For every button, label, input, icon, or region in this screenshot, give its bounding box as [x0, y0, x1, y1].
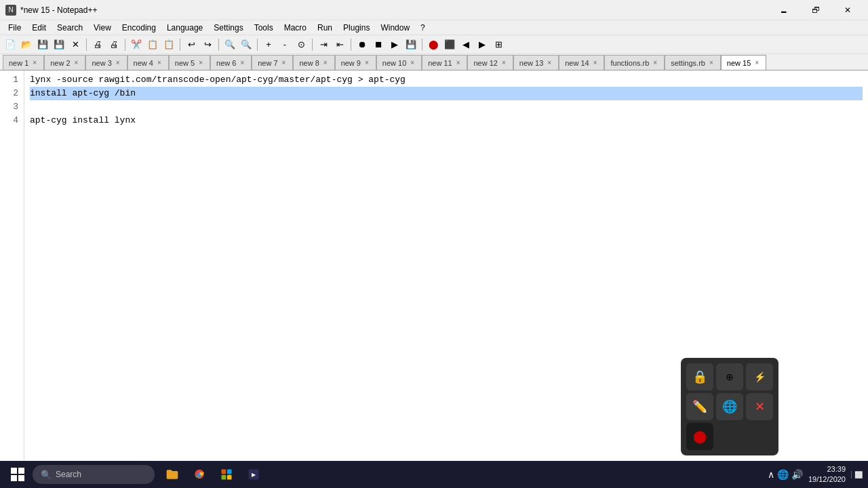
- menu-run[interactable]: Run: [312, 20, 338, 35]
- toolbar-macro-play[interactable]: ▶: [387, 37, 402, 52]
- tab-new10[interactable]: new 10×: [376, 55, 422, 70]
- tab-close-btn[interactable]: ×: [322, 59, 329, 66]
- menu-file[interactable]: File: [3, 20, 26, 35]
- toolbar-run[interactable]: ⬤: [426, 37, 441, 52]
- toolbar-find[interactable]: 🔍: [222, 37, 237, 52]
- tab-new11[interactable]: new 11×: [422, 55, 467, 70]
- toolbar-print-now[interactable]: 🖨: [106, 37, 121, 52]
- tab-close-btn[interactable]: ×: [73, 59, 80, 66]
- toolbar-zoom-in[interactable]: +: [261, 37, 276, 52]
- menu-window[interactable]: Window: [375, 20, 415, 35]
- toolbar-undo[interactable]: ↩: [184, 37, 199, 52]
- tab-functions.rb[interactable]: functions.rb×: [604, 55, 665, 70]
- tab-new9[interactable]: new 9×: [335, 55, 376, 70]
- toolbar-open[interactable]: 📂: [19, 37, 34, 52]
- tab-new4[interactable]: new 4×: [127, 55, 169, 70]
- tab-close-btn[interactable]: ×: [753, 59, 760, 66]
- taskbar-app3-icon[interactable]: [214, 462, 239, 487]
- menu-view[interactable]: View: [88, 20, 117, 35]
- toolbar-macro-rec[interactable]: ⏺: [355, 37, 370, 52]
- menu-plugins[interactable]: Plugins: [338, 20, 375, 35]
- toolbar-print[interactable]: 🖨: [90, 37, 105, 52]
- start-button[interactable]: [5, 462, 30, 487]
- widget-btn-globe[interactable]: 🌐: [716, 393, 743, 420]
- widget-btn-delete[interactable]: ✕: [746, 393, 773, 420]
- tab-close-btn[interactable]: ×: [31, 59, 38, 66]
- widget-btn-move[interactable]: ⊕: [716, 363, 743, 390]
- toolbar-new[interactable]: 📄: [3, 37, 18, 52]
- tray-up-icon[interactable]: ∧: [768, 469, 774, 480]
- menu-encoding[interactable]: Encoding: [117, 20, 161, 35]
- widget-btn-lock[interactable]: 🔒: [686, 363, 713, 390]
- tab-close-btn[interactable]: ×: [500, 59, 507, 66]
- tab-new3[interactable]: new 3×: [85, 55, 127, 70]
- tab-new15[interactable]: new 15×: [721, 55, 766, 70]
- tab-new5[interactable]: new 5×: [169, 55, 210, 70]
- tab-new14[interactable]: new 14×: [559, 55, 604, 70]
- show-desktop-icon[interactable]: ⬜: [851, 471, 863, 479]
- toolbar-outdent[interactable]: ⇤: [332, 37, 347, 52]
- toolbar-close[interactable]: ✕: [68, 37, 83, 52]
- menu-language[interactable]: Language: [161, 20, 208, 35]
- tab-label: new 13: [519, 59, 543, 67]
- tab-new2[interactable]: new 2×: [44, 55, 85, 70]
- menu-settings[interactable]: Settings: [208, 20, 248, 35]
- tab-new6[interactable]: new 6×: [210, 55, 252, 70]
- menu-macro[interactable]: Macro: [279, 20, 312, 35]
- tab-close-btn[interactable]: ×: [708, 59, 715, 66]
- toolbar-zoom-out[interactable]: -: [277, 37, 292, 52]
- tab-close-btn[interactable]: ×: [281, 59, 288, 66]
- toolbar-zoom-reset[interactable]: ⊙: [294, 37, 309, 52]
- menu-edit[interactable]: Edit: [26, 20, 52, 35]
- toolbar-cut[interactable]: ✂️: [129, 37, 144, 52]
- widget-btn-record[interactable]: ⬤: [686, 423, 713, 450]
- tab-close-btn[interactable]: ×: [409, 59, 416, 66]
- tab-new8[interactable]: new 8×: [293, 55, 334, 70]
- tab-close-btn[interactable]: ×: [156, 59, 163, 66]
- tab-new13[interactable]: new 13×: [513, 55, 559, 70]
- tray-network-icon[interactable]: 🌐: [777, 469, 789, 480]
- tab-close-btn[interactable]: ×: [652, 59, 658, 66]
- taskbar-app4-icon[interactable]: ▶: [241, 462, 266, 487]
- toolbar-replace[interactable]: 🔍: [239, 37, 254, 52]
- toolbar-copy[interactable]: 📋: [145, 37, 160, 52]
- menu-tools[interactable]: Tools: [249, 20, 279, 35]
- toolbar-nav[interactable]: ⊞: [491, 37, 506, 52]
- toolbar-redo[interactable]: ↪: [200, 37, 215, 52]
- tab-new1[interactable]: new 1×: [3, 55, 44, 70]
- toolbar-macro-save[interactable]: 💾: [403, 37, 418, 52]
- toolbar-prev[interactable]: ◀: [458, 37, 473, 52]
- tab-close-btn[interactable]: ×: [592, 59, 599, 66]
- tab-settings.rb[interactable]: settings.rb×: [665, 55, 721, 70]
- tab-close-btn[interactable]: ×: [455, 59, 462, 66]
- taskbar-files-icon[interactable]: [160, 462, 184, 487]
- menu-help[interactable]: ?: [415, 20, 431, 35]
- toolbar-indent[interactable]: ⇥: [316, 37, 331, 52]
- toolbar-save-all[interactable]: 💾: [52, 37, 66, 52]
- toolbar-macro-stop[interactable]: ⏹: [371, 37, 386, 52]
- tab-close-btn[interactable]: ×: [239, 59, 245, 66]
- toolbar-save[interactable]: 💾: [35, 37, 50, 52]
- tab-new12[interactable]: new 12×: [467, 55, 513, 70]
- minimize-button[interactable]: 🗕: [768, 2, 799, 18]
- taskbar-chrome-icon[interactable]: [187, 462, 212, 487]
- toolbar-paste[interactable]: 📋: [161, 37, 176, 52]
- tab-close-btn[interactable]: ×: [197, 59, 204, 66]
- tab-close-btn[interactable]: ×: [546, 59, 553, 66]
- widget-btn-edit[interactable]: ✏️: [686, 393, 713, 420]
- tab-close-btn[interactable]: ×: [115, 59, 121, 66]
- tab-new7[interactable]: new 7×: [252, 55, 293, 70]
- editor-line-3: [30, 100, 863, 114]
- close-button[interactable]: ✕: [832, 2, 863, 18]
- toolbar-next[interactable]: ▶: [475, 37, 490, 52]
- tab-close-btn[interactable]: ×: [363, 59, 370, 66]
- taskbar-search[interactable]: 🔍 Search: [33, 465, 155, 484]
- widget-btn-flash[interactable]: ⚡: [746, 363, 773, 390]
- system-clock[interactable]: 23:39 19/12/2020: [808, 464, 846, 485]
- tray-volume-icon[interactable]: 🔊: [791, 469, 803, 480]
- toolbar-run2[interactable]: ⬛: [442, 37, 457, 52]
- restore-button[interactable]: 🗗: [800, 2, 831, 18]
- tab-label: new 10: [382, 59, 406, 67]
- menu-search[interactable]: Search: [52, 20, 88, 35]
- tab-label: new 15: [727, 59, 751, 67]
